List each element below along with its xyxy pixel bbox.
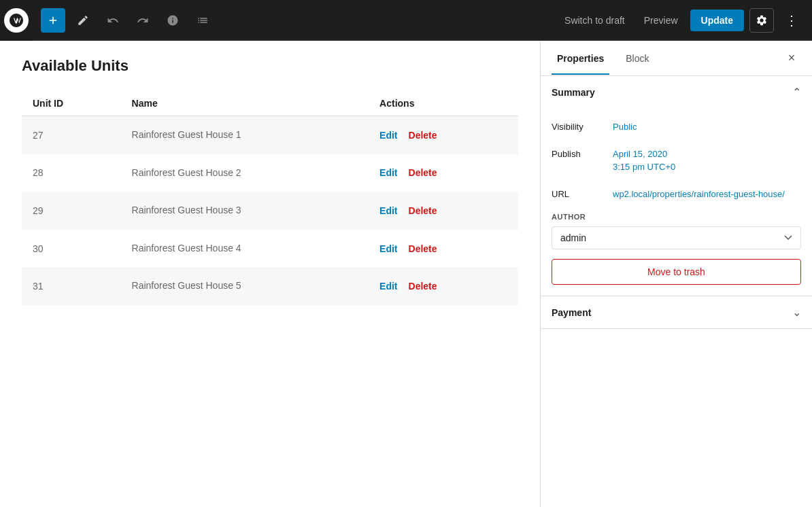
main-content: Available Units Unit ID Name Actions 27R… (0, 41, 812, 507)
col-header-name: Name (121, 91, 369, 116)
settings-button[interactable] (749, 8, 774, 33)
table-row: 31Rainforest Guest House 5EditDelete (22, 267, 518, 305)
redo-button[interactable] (131, 8, 155, 33)
delete-unit-button[interactable]: Delete (409, 167, 437, 178)
undo-button[interactable] (101, 8, 125, 33)
summary-section-header[interactable]: Summary ⌃ (541, 76, 812, 108)
delete-unit-button[interactable]: Delete (409, 243, 437, 254)
units-table: Unit ID Name Actions 27Rainforest Guest … (22, 91, 518, 305)
wordpress-logo (0, 0, 33, 41)
url-row: URL wp2.local/properties/rainforest-gues… (552, 181, 801, 208)
summary-title: Summary (552, 87, 595, 98)
unit-actions-cell: EditDelete (369, 154, 518, 192)
publish-value[interactable]: April 15, 2020 3:15 pm UTC+0 (613, 147, 801, 174)
move-to-trash-button[interactable]: Move to trash (552, 259, 801, 285)
unit-id-cell: 29 (22, 192, 121, 230)
unit-actions-cell: EditDelete (369, 116, 518, 154)
col-header-unit-id: Unit ID (22, 91, 121, 116)
summary-section: Summary ⌃ Visibility Public Publish Apri… (541, 76, 812, 296)
visibility-label: Visibility (552, 120, 613, 132)
unit-name-cell: Rainforest Guest House 3 (121, 192, 369, 230)
page-title: Available Units (22, 57, 518, 75)
unit-name-cell: Rainforest Guest House 4 (121, 230, 369, 268)
left-panel: Available Units Unit ID Name Actions 27R… (0, 41, 540, 507)
tab-block[interactable]: Block (620, 42, 654, 75)
delete-unit-button[interactable]: Delete (409, 205, 437, 216)
more-options-button[interactable]: ⋮ (779, 10, 804, 31)
visibility-row: Visibility Public (552, 113, 801, 141)
payment-section-header[interactable]: Payment ⌄ (541, 296, 812, 328)
publish-row: Publish April 15, 2020 3:15 pm UTC+0 (552, 141, 801, 181)
preview-button[interactable]: Preview (637, 11, 685, 30)
info-button[interactable] (160, 8, 185, 33)
table-row: 30Rainforest Guest House 4EditDelete (22, 230, 518, 268)
payment-section: Payment ⌄ (541, 296, 812, 329)
right-panel-tabs: Properties Block × (541, 41, 812, 76)
summary-section-body: Visibility Public Publish April 15, 2020… (541, 108, 812, 296)
url-value[interactable]: wp2.local/properties/rainforest-guest-ho… (613, 188, 801, 201)
unit-id-cell: 30 (22, 230, 121, 268)
visibility-value[interactable]: Public (613, 120, 801, 134)
delete-unit-button[interactable]: Delete (409, 130, 437, 141)
edit-unit-button[interactable]: Edit (379, 243, 397, 254)
table-row: 29Rainforest Guest House 3EditDelete (22, 192, 518, 230)
right-panel: Properties Block × Summary ⌃ Visibility … (540, 41, 812, 507)
author-label: AUTHOR (552, 213, 801, 221)
author-select[interactable]: admin (552, 226, 801, 249)
edit-unit-button[interactable]: Edit (379, 205, 397, 216)
unit-actions-cell: EditDelete (369, 230, 518, 268)
tab-properties[interactable]: Properties (552, 42, 609, 75)
table-row: 27Rainforest Guest House 1EditDelete (22, 116, 518, 154)
publish-label: Publish (552, 147, 613, 159)
table-row: 28Rainforest Guest House 2EditDelete (22, 154, 518, 192)
unit-actions-cell: EditDelete (369, 267, 518, 305)
unit-actions-cell: EditDelete (369, 192, 518, 230)
delete-unit-button[interactable]: Delete (409, 281, 437, 292)
unit-id-cell: 28 (22, 154, 121, 192)
close-panel-button[interactable]: × (782, 49, 801, 68)
unit-name-cell: Rainforest Guest House 5 (121, 267, 369, 305)
payment-chevron-icon: ⌄ (792, 306, 801, 319)
edit-unit-button[interactable]: Edit (379, 130, 397, 141)
edit-button[interactable] (71, 8, 95, 33)
url-label: URL (552, 188, 613, 199)
unit-id-cell: 31 (22, 267, 121, 305)
list-view-button[interactable] (190, 8, 215, 33)
payment-title: Payment (552, 307, 591, 318)
unit-name-cell: Rainforest Guest House 2 (121, 154, 369, 192)
add-button[interactable] (41, 8, 65, 33)
summary-chevron-icon: ⌃ (792, 86, 801, 99)
wp-logo-icon (8, 12, 24, 29)
switch-to-draft-button[interactable]: Switch to draft (558, 11, 632, 30)
col-header-actions: Actions (369, 91, 518, 116)
unit-id-cell: 27 (22, 116, 121, 154)
toolbar: Switch to draft Preview Update ⋮ (0, 0, 812, 41)
update-button[interactable]: Update (690, 10, 744, 31)
edit-unit-button[interactable]: Edit (379, 167, 397, 178)
unit-name-cell: Rainforest Guest House 1 (121, 116, 369, 154)
edit-unit-button[interactable]: Edit (379, 281, 397, 292)
